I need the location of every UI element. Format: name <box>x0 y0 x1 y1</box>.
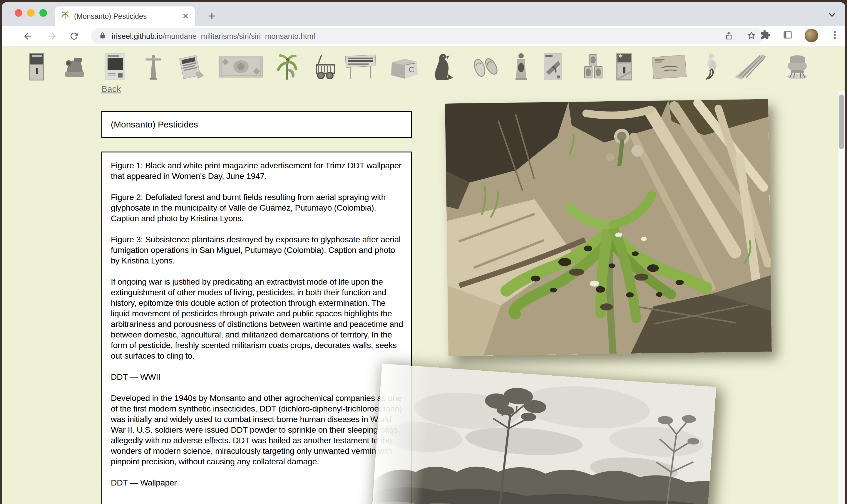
statue-figurine-icon[interactable] <box>144 47 162 87</box>
new-tab-button[interactable]: + <box>204 11 220 23</box>
zoom-window-button[interactable] <box>39 9 47 17</box>
lock-icon <box>99 32 106 40</box>
framed-photo-card-icon[interactable] <box>106 47 125 87</box>
window-controls <box>15 9 47 17</box>
paragraph: If ongoing war is justified by predicati… <box>111 276 404 361</box>
profile-avatar[interactable] <box>805 29 818 42</box>
paragraph: Figure 1: Black and white print magazine… <box>111 160 404 181</box>
plantain-bunch-icon[interactable] <box>276 47 298 87</box>
page-title: (Monsanto) Pesticides <box>111 120 198 129</box>
menu-dots-icon[interactable] <box>830 30 840 41</box>
forward-button[interactable] <box>47 31 58 41</box>
favicon-plantain-icon <box>61 12 69 21</box>
tab-title: (Monsanto) Pesticides <box>74 12 177 21</box>
scrollbar-thumb[interactable] <box>839 94 844 149</box>
figure2-deforestation-photo <box>369 364 716 504</box>
hand-cart-icon[interactable] <box>313 47 337 87</box>
figure3-plantains-photo <box>445 99 772 356</box>
envelope-letter-icon[interactable] <box>651 47 687 87</box>
minimize-window-button[interactable] <box>27 9 35 17</box>
ration-box-icon[interactable]: C <box>388 47 420 87</box>
armchair-icon[interactable] <box>786 47 809 87</box>
address-bar[interactable]: iriseel.github.io/mundane_militarisms/si… <box>91 28 764 44</box>
paragraph: Figure 2: Defoliated forest and burnt fi… <box>111 192 404 223</box>
article-text: Figure 1: Black and white print magazine… <box>111 160 404 488</box>
share-icon[interactable] <box>724 31 734 41</box>
close-window-button[interactable] <box>15 9 22 17</box>
canned-food-stack-icon[interactable] <box>583 47 605 87</box>
sandals-icon[interactable] <box>469 47 502 87</box>
extensions-puzzle-icon[interactable] <box>760 30 771 41</box>
page-content: C Back (Monsanto) Pesticides Figure 1: B… <box>2 47 845 504</box>
browser-toolbar: iriseel.github.io/mundane_militarisms/si… <box>2 26 845 47</box>
stadium-seats-icon[interactable] <box>734 47 766 87</box>
back-button[interactable] <box>22 31 33 41</box>
article-box: Figure 1: Black and white print magazine… <box>101 151 412 504</box>
browser-window: (Monsanto) Pesticides ✕ + iriseel.github… <box>2 2 845 504</box>
page-title-box: (Monsanto) Pesticides <box>101 111 412 138</box>
newspaper-clipping-icon[interactable] <box>178 47 205 87</box>
paragraph: Figure 3: Subsistence plantains destroye… <box>111 234 404 266</box>
doll-figurine-icon[interactable] <box>514 47 528 87</box>
reload-button[interactable] <box>69 31 80 41</box>
svg-text:C: C <box>409 65 414 74</box>
close-tab-icon[interactable]: ✕ <box>182 12 189 21</box>
godzilla-figure-icon[interactable] <box>433 47 454 87</box>
test-site-sign-icon[interactable] <box>343 47 378 87</box>
tab-strip: (Monsanto) Pesticides ✕ + <box>2 2 845 26</box>
scrollbar-track[interactable] <box>837 91 845 504</box>
url-text: iriseel.github.io/mundane_militarisms/si… <box>112 32 315 41</box>
paragraph: Developed in the 1940s by Monsanto and o… <box>111 393 404 467</box>
board-game-poster-icon[interactable] <box>30 47 44 87</box>
film-projector-icon[interactable] <box>62 47 87 87</box>
tab-search-chevron-icon[interactable] <box>827 10 837 21</box>
banknote-icon[interactable] <box>219 47 263 87</box>
bookmark-star-icon[interactable] <box>746 31 757 42</box>
side-panel-icon[interactable] <box>782 30 793 41</box>
movie-poster-icon[interactable] <box>616 47 632 87</box>
site-navigation-icon-strip: C <box>2 47 845 87</box>
seated-mannequin-icon[interactable] <box>702 47 720 87</box>
section-heading: DDT — Wallpaper <box>111 477 404 488</box>
propaganda-poster-icon[interactable] <box>544 47 562 87</box>
active-tab[interactable]: (Monsanto) Pesticides ✕ <box>55 6 195 26</box>
back-link[interactable]: Back <box>101 84 121 94</box>
section-heading: DDT — WWII <box>111 372 404 382</box>
